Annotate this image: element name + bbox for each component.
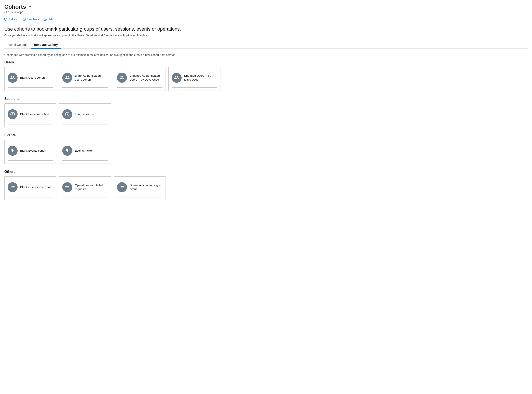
tab-bar: Saved Cohorts Template Gallery bbox=[4, 41, 528, 49]
card-title-blank-events: Blank Events cohort bbox=[20, 149, 46, 153]
section-events: Events Blank Events cohort Events Picker bbox=[4, 133, 528, 164]
card-icon-blank-sessions bbox=[8, 109, 18, 119]
section-label-sessions: Sessions bbox=[4, 97, 528, 101]
main-content: Use cohorts to bookmark particular group… bbox=[0, 26, 532, 211]
svg-text:?: ? bbox=[45, 18, 46, 21]
cards-row-sessions: Blank Sessions cohort Long sessions bbox=[4, 103, 528, 127]
card-icon-events-picker bbox=[62, 146, 72, 156]
card-bar bbox=[8, 124, 53, 124]
card-title-long-sessions: Long sessions bbox=[75, 112, 94, 116]
card-bar bbox=[117, 197, 162, 197]
card-title-events-picker: Events Picker bbox=[75, 149, 93, 153]
card-long-sessions[interactable]: Long sessions bbox=[59, 103, 111, 127]
pin-icon[interactable] bbox=[28, 5, 32, 9]
card-icon-engaged-users bbox=[172, 73, 182, 83]
cards-row-others: Blank Operations cohort Operations with … bbox=[4, 176, 528, 200]
card-blank-events[interactable]: Blank Events cohort bbox=[4, 140, 56, 164]
card-blank-users[interactable]: Blank Users cohort bbox=[4, 67, 56, 91]
card-bar bbox=[62, 87, 108, 88]
card-icon-blank-operations bbox=[8, 182, 18, 192]
page-header: Cohorts ··· CH1-RetailAppAI Refresh Feed… bbox=[0, 0, 532, 23]
more-icon[interactable]: ··· bbox=[34, 5, 37, 9]
card-title-engaged-auth-users: Engaged Authenticated Users -- by Days U… bbox=[130, 74, 162, 82]
page-title: Cohorts bbox=[4, 4, 26, 10]
section-users: Users Blank Users cohort Blank Authentic… bbox=[4, 60, 528, 91]
card-title-ops-event: Operations containing an event bbox=[130, 183, 162, 191]
card-blank-operations[interactable]: Blank Operations cohort bbox=[4, 176, 56, 200]
card-ops-failed[interactable]: Operations with failed requests bbox=[59, 176, 111, 200]
card-icon-blank-events bbox=[8, 146, 18, 156]
card-bar bbox=[62, 197, 108, 197]
main-subtext: Once you define a cohort,it will appear … bbox=[4, 34, 528, 37]
help-button[interactable]: ? Help bbox=[44, 18, 54, 21]
card-bar bbox=[172, 87, 217, 88]
card-icon-engaged-auth-users bbox=[117, 73, 127, 83]
gallery-intro: Get started with creating a cohort by se… bbox=[4, 53, 528, 57]
card-title-blank-users: Blank Users cohort bbox=[20, 76, 45, 80]
card-bar bbox=[8, 160, 53, 161]
card-title-ops-failed: Operations with failed requests bbox=[75, 183, 108, 191]
card-icon-blank-users bbox=[8, 73, 18, 83]
toolbar: Refresh Feedback ? Help bbox=[4, 16, 528, 23]
feedback-label: Feedback bbox=[27, 18, 39, 21]
card-ops-event[interactable]: Operations containing an event bbox=[114, 176, 166, 200]
card-blank-sessions[interactable]: Blank Sessions cohort bbox=[4, 103, 56, 127]
card-title-engaged-users: Engaged Users -- by Days Used bbox=[184, 74, 217, 82]
main-heading: Use cohorts to bookmark particular group… bbox=[4, 26, 528, 32]
card-bar bbox=[62, 124, 108, 124]
section-sessions: Sessions Blank Sessions cohort Long sess… bbox=[4, 97, 528, 127]
card-engaged-users[interactable]: Engaged Users -- by Days Used bbox=[168, 67, 220, 91]
card-bar bbox=[117, 87, 162, 88]
section-label-users: Users bbox=[4, 60, 528, 64]
tab-saved-cohorts[interactable]: Saved Cohorts bbox=[4, 41, 30, 49]
card-icon-ops-failed bbox=[62, 182, 72, 192]
card-icon-ops-event bbox=[117, 182, 127, 192]
section-label-others: Others bbox=[4, 170, 528, 174]
subtitle: CH1-RetailAppAI bbox=[4, 11, 528, 14]
feedback-button[interactable]: Feedback bbox=[23, 18, 39, 21]
section-label-events: Events bbox=[4, 133, 528, 137]
card-icon-long-sessions bbox=[62, 109, 72, 119]
card-bar bbox=[8, 197, 53, 197]
tab-template-gallery[interactable]: Template Gallery bbox=[30, 41, 61, 49]
header-divider bbox=[0, 23, 532, 23]
section-others: Others Blank Operations cohort Operation… bbox=[4, 170, 528, 200]
refresh-label: Refresh bbox=[9, 18, 18, 21]
card-bar bbox=[62, 160, 108, 161]
help-label: Help bbox=[48, 18, 54, 21]
card-bar bbox=[8, 87, 53, 88]
refresh-button[interactable]: Refresh bbox=[4, 18, 18, 21]
card-icon-blank-auth-users bbox=[62, 73, 72, 83]
cards-row-users: Blank Users cohort Blank Authenticated u… bbox=[4, 67, 528, 91]
card-title-blank-operations: Blank Operations cohort bbox=[20, 185, 52, 189]
card-events-picker[interactable]: Events Picker bbox=[59, 140, 111, 164]
card-blank-auth-users[interactable]: Blank Authenticated users cohort bbox=[59, 67, 111, 91]
card-engaged-auth-users[interactable]: Engaged Authenticated Users -- by Days U… bbox=[114, 67, 166, 91]
card-title-blank-auth-users: Blank Authenticated users cohort bbox=[75, 74, 108, 82]
cards-row-events: Blank Events cohort Events Picker bbox=[4, 140, 528, 164]
card-title-blank-sessions: Blank Sessions cohort bbox=[20, 112, 49, 116]
